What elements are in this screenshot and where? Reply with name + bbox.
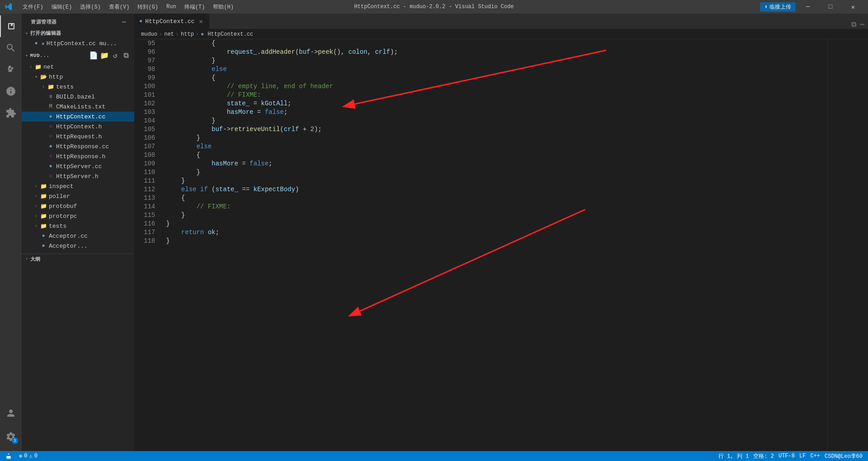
menu-edit[interactable]: 编辑(E): [48, 2, 76, 12]
tree-item-acceptor-cc[interactable]: ● Acceptor.cc: [22, 231, 134, 241]
cmake-icon: M: [47, 103, 54, 110]
menu-view[interactable]: 查看(V): [105, 2, 133, 12]
menu-select[interactable]: 选择(S): [76, 2, 104, 12]
ln-100: 100: [144, 82, 155, 91]
protobuf-folder-icon: 📁: [40, 202, 47, 210]
tree-item-httpcontext-h[interactable]: ○ HttpContext.h: [22, 122, 134, 132]
status-line-ending[interactable]: LF: [797, 451, 807, 461]
status-encoding[interactable]: UTF-8: [777, 451, 797, 461]
line-numbers: 95 96 97 98 99 100 101 102 103 104 105: [135, 39, 162, 451]
minimize-button[interactable]: ─: [797, 0, 818, 14]
close-button[interactable]: ✕: [843, 0, 863, 14]
status-remote-account[interactable]: CSDN@Leo李60: [823, 451, 864, 461]
tests-folder-icon: 📁: [47, 83, 54, 90]
outline-chevron: ›: [25, 257, 28, 262]
ln-114: 114: [144, 202, 155, 211]
status-line-col[interactable]: 行 1, 列 1: [717, 451, 750, 461]
activity-search[interactable]: [0, 37, 22, 59]
breadcrumb-file[interactable]: HttpContext.cc: [208, 31, 253, 38]
collapse-btn[interactable]: ⧉: [122, 51, 131, 60]
ln-108: 108: [144, 151, 155, 160]
ln-115: 115: [144, 211, 155, 220]
tree-item-poller[interactable]: › 📁 poller: [22, 191, 134, 201]
ln-116: 116: [144, 220, 155, 228]
tree-item-httpserver-h[interactable]: ○ HttpServer.h: [22, 171, 134, 181]
upload-button[interactable]: ⬆ 临接上传: [760, 2, 796, 12]
activity-debug[interactable]: [0, 80, 22, 102]
tree-item-cmakelists[interactable]: M CMakeLists.txt: [22, 102, 134, 112]
open-editor-close[interactable]: ✕: [42, 41, 45, 47]
activity-scm[interactable]: [0, 59, 22, 80]
httpresponse-h-label: HttpResponse.h: [56, 153, 105, 160]
menu-help[interactable]: 帮助(H): [209, 2, 237, 12]
code-content[interactable]: { request_.addHeader(buf->peek(), colon,…: [162, 39, 827, 451]
ln-104: 104: [144, 117, 155, 125]
ln-97: 97: [144, 56, 155, 65]
code-line-104: }: [166, 117, 827, 125]
tree-item-httpserver-cc[interactable]: ● HttpServer.cc: [22, 161, 134, 171]
code-line-113: {: [166, 194, 827, 202]
menu-terminal[interactable]: 终端(T): [181, 2, 209, 12]
activity-settings[interactable]: 1: [0, 426, 22, 447]
cpp-icon: ●: [47, 113, 54, 120]
cmakelists-label: CMakeLists.txt: [56, 103, 105, 110]
code-container[interactable]: 95 96 97 98 99 100 101 102 103 104 105: [135, 39, 827, 451]
code-line-117: return ok;: [166, 228, 827, 237]
tree-item-tests2[interactable]: › 📁 tests: [22, 221, 134, 231]
new-file-btn[interactable]: 📄: [89, 51, 98, 60]
tab-httpcontext-cc[interactable]: ● HttpContext.cc ✕: [135, 14, 209, 29]
tree-item-net[interactable]: › 📁 net: [22, 62, 134, 72]
activity-account[interactable]: [0, 402, 22, 424]
status-spaces[interactable]: 空格: 2: [751, 451, 776, 461]
activity-explorer[interactable]: [0, 15, 22, 37]
editor-area: ● HttpContext.cc ✕ ⧉ ⋯ muduo › net: [135, 14, 868, 451]
tree-item-httpresponse-cc[interactable]: ● HttpResponse.cc: [22, 141, 134, 151]
more-actions-btn[interactable]: ⋯: [860, 20, 864, 29]
status-errors[interactable]: ⊗ 0 ⚠ 0: [17, 451, 39, 461]
new-file-icon[interactable]: ⋯: [120, 17, 129, 26]
project-header[interactable]: ▾ MUD... 📄 📁 ↺ ⧉: [22, 49, 134, 62]
outline-header[interactable]: › 大纲: [22, 254, 134, 264]
settings-badge: 1: [12, 437, 18, 444]
tree-item-tests[interactable]: › 📁 tests: [22, 82, 134, 92]
tree-item-acceptor2[interactable]: ● Acceptor...: [22, 241, 134, 251]
activity-extensions[interactable]: [0, 102, 22, 124]
new-folder-btn[interactable]: 📁: [100, 51, 109, 60]
maximize-button[interactable]: □: [820, 0, 841, 14]
code-line-118: }: [166, 237, 827, 245]
split-editor-btn[interactable]: ⧉: [851, 20, 856, 29]
svg-point-0: [9, 66, 11, 68]
open-editors-header[interactable]: ▾ 打开的编辑器: [22, 28, 134, 38]
tree-item-httprequest-h[interactable]: ○ HttpRequest.h: [22, 132, 134, 141]
tree-item-http[interactable]: ▾ 📂 http: [22, 72, 134, 82]
breadcrumb-sep1: ›: [159, 31, 162, 38]
status-language[interactable]: C++: [808, 451, 822, 461]
breadcrumb-http[interactable]: http: [181, 31, 194, 38]
tree-item-build-bazel[interactable]: ≡ BUILD.bazel: [22, 92, 134, 102]
code-line-111: }: [166, 177, 827, 185]
tree-item-inspect[interactable]: › 📁 inspect: [22, 181, 134, 191]
http-chevron: ▾: [33, 73, 40, 80]
code-line-114: // FIXME:: [166, 202, 827, 211]
tree-item-httpresponse-h[interactable]: ○ HttpResponse.h: [22, 151, 134, 161]
open-editor-file[interactable]: ● ✕ HttpContext.cc mu...: [22, 38, 134, 48]
breadcrumb-net[interactable]: net: [164, 31, 174, 38]
breadcrumb-muduo[interactable]: muduo: [141, 31, 157, 38]
tab-close-button[interactable]: ✕: [197, 18, 204, 25]
ln-118: 118: [144, 237, 155, 245]
tree-item-protorpc[interactable]: › 📁 protorpc: [22, 211, 134, 221]
tree-item-httpcontext-cc[interactable]: ● HttpContext.cc: [22, 112, 134, 122]
minimap[interactable]: [827, 39, 868, 451]
cpp-file-icon: ●: [33, 40, 40, 47]
refresh-btn[interactable]: ↺: [111, 51, 120, 60]
menu-run[interactable]: Run: [163, 3, 180, 11]
tree-item-protobuf[interactable]: › 📁 protobuf: [22, 201, 134, 211]
acceptor2-label: Acceptor...: [49, 243, 88, 249]
menu-goto[interactable]: 转到(G): [134, 2, 162, 12]
status-remote[interactable]: [4, 451, 14, 461]
httpresponse-cc-label: HttpResponse.cc: [56, 143, 109, 150]
h-icon3: ○: [47, 153, 54, 160]
code-line-108: {: [166, 151, 827, 160]
code-line-100: // empty line, end of header: [166, 82, 827, 91]
menu-file[interactable]: 文件(F): [19, 2, 47, 12]
